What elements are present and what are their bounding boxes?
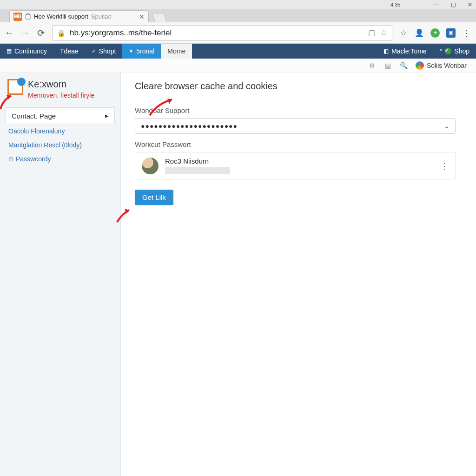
loading-spinner-icon (25, 13, 31, 20)
at-icon: ⊙ (8, 155, 14, 163)
nav-item-macletome[interactable]: ◧ Macle:Tome (377, 44, 433, 59)
nav-item-tdeae[interactable]: Tdeae (53, 44, 85, 59)
nav-label: Shopt (99, 47, 116, 55)
nav-label: Mome (167, 47, 185, 55)
bookmark-icon[interactable]: ☆ (399, 28, 408, 38)
nav-item-shopt[interactable]: ✓ Shopt (85, 44, 123, 59)
extension-blue-icon[interactable]: ▣ (446, 28, 456, 38)
brand-block: Ke:xworn Menroven. fiestall firyle (0, 77, 120, 107)
brand-subtitle: Menroven. fiestall firyle (28, 92, 94, 99)
svg-marker-3 (125, 209, 129, 214)
lock-icon: 🔒 (57, 29, 65, 37)
window-minimize-button[interactable]: — (433, 1, 440, 8)
browser-tabstrip: MB Hoe Workfili support Sputiad ✕ (0, 9, 476, 22)
forward-button[interactable]: → (20, 27, 30, 38)
page-title: Cleare browser cache and cookies (135, 81, 462, 92)
user-avatar-icon (416, 61, 424, 70)
tab-favicon: MB (13, 13, 22, 21)
window-titlebar: 4:35 — ▢ ✕ (0, 0, 476, 9)
tab-title: Hoe Workfili support (34, 13, 88, 20)
nav-label: 5ronal (136, 47, 154, 55)
nav-item-continuncy[interactable]: ▤ Continuncy (0, 44, 53, 59)
svg-marker-0 (7, 95, 11, 99)
gear-icon[interactable]: ⚙ (368, 61, 377, 70)
reload-button[interactable]: ⟳ (36, 27, 46, 39)
check-circle-icon: ✔ (445, 48, 451, 54)
window-close-button[interactable]: ✕ (467, 1, 473, 8)
window-maximize-button[interactable]: ▢ (450, 1, 456, 8)
sidebar-link-label: Passwcordy (16, 155, 51, 163)
back-button[interactable]: ← (5, 27, 14, 38)
card-more-button[interactable]: ⋮ (440, 161, 449, 171)
chevron-down-icon: ⌄ (444, 122, 450, 130)
brand-title: Ke:xworn (28, 79, 94, 90)
chevron-right-icon: ▸ (105, 112, 109, 120)
new-tab-button[interactable] (152, 13, 167, 22)
nav-item-mome[interactable]: Mome (161, 44, 192, 59)
archive-icon[interactable]: ▤ (384, 61, 392, 70)
nav-label: Shop (454, 47, 469, 55)
app-navbar: ▤ Continuncy Tdeae ✓ Shopt ✦ 5ronal Mome… (0, 44, 476, 59)
support-select[interactable]: ●●●●●●●●●●●●●●●●●●●●●● ⌄ (135, 118, 456, 134)
sparkle-icon: ✦ (129, 48, 133, 54)
avatar (142, 158, 159, 174)
nav-item-shop[interactable]: ^ ✔ Shop (433, 44, 476, 59)
address-bar[interactable]: 🔒 hb.ys:yorgrams..ms/the-teriel ▢ ☆ (52, 25, 392, 41)
tab-close-button[interactable]: ✕ (139, 13, 145, 20)
main-content: Cleare browser cache and cookies Wondoar… (121, 73, 476, 476)
sidebar: Ke:xworn Menroven. fiestall firyle Conta… (0, 73, 121, 476)
user-menu[interactable]: Soliis Wonbar (416, 61, 467, 70)
search-icon[interactable]: 🔍 (400, 61, 408, 70)
browser-tab[interactable]: MB Hoe Workfili support Sputiad ✕ (9, 10, 149, 22)
extension-green-icon[interactable]: ✦ (430, 28, 440, 38)
sidebar-link-mantglation[interactable]: Mantglation Rescl (0lody) (0, 138, 120, 152)
brand-logo-icon (7, 79, 23, 95)
user-name: Soliis Wonbar (427, 62, 467, 69)
check-icon: ✓ (92, 48, 96, 54)
extension-person-icon[interactable]: 👤 (415, 28, 424, 38)
get-link-button[interactable]: Get Lilk (135, 190, 173, 205)
nav-label: Macle:Tome (391, 47, 426, 55)
bookmark-page-icon[interactable]: ☆ (380, 28, 387, 38)
sidebar-link-password[interactable]: ⊙Passwcordy (0, 152, 120, 166)
select-value: ●●●●●●●●●●●●●●●●●●●●●● (141, 122, 238, 130)
field-label-support: Wondoar Support (135, 106, 462, 114)
nav-item-sronal[interactable]: ✦ 5ronal (122, 44, 161, 59)
browser-menu-button[interactable]: ⋮ (462, 27, 471, 39)
sidebar-category-label: Contact. Page (12, 112, 56, 120)
card-name: Roc3 Niisdurn (165, 157, 230, 165)
app-body: Ke:xworn Menroven. fiestall firyle Conta… (0, 73, 476, 476)
square-icon: ◧ (383, 48, 389, 54)
sidebar-category[interactable]: Contact. Page ▸ (6, 107, 115, 124)
browser-toolbar: ← → ⟳ 🔒 hb.ys:yorgrams..ms/the-teriel ▢ … (0, 22, 476, 44)
nav-label: Continuncy (14, 47, 47, 55)
tab-subtitle: Sputiad (91, 13, 112, 20)
window-time: 4:35 (0, 2, 400, 7)
sidebar-link-oacolo[interactable]: Oacolo Florenaluny (0, 124, 120, 138)
card-redacted (165, 167, 230, 174)
caret-icon: ^ (440, 48, 443, 54)
app-header: ⚙ ▤ 🔍 Soliis Wonbar (0, 59, 476, 73)
nav-label: Tdeae (60, 47, 79, 55)
square-icon: ▤ (7, 48, 12, 54)
svg-marker-2 (167, 99, 172, 104)
url-text: hb.ys:yorgrams..ms/the-teriel (70, 28, 172, 38)
field-label-password: Workcut Passwort (135, 140, 462, 148)
reader-icon[interactable]: ▢ (368, 28, 376, 38)
user-card[interactable]: Roc3 Niisdurn ⋮ (135, 152, 456, 179)
